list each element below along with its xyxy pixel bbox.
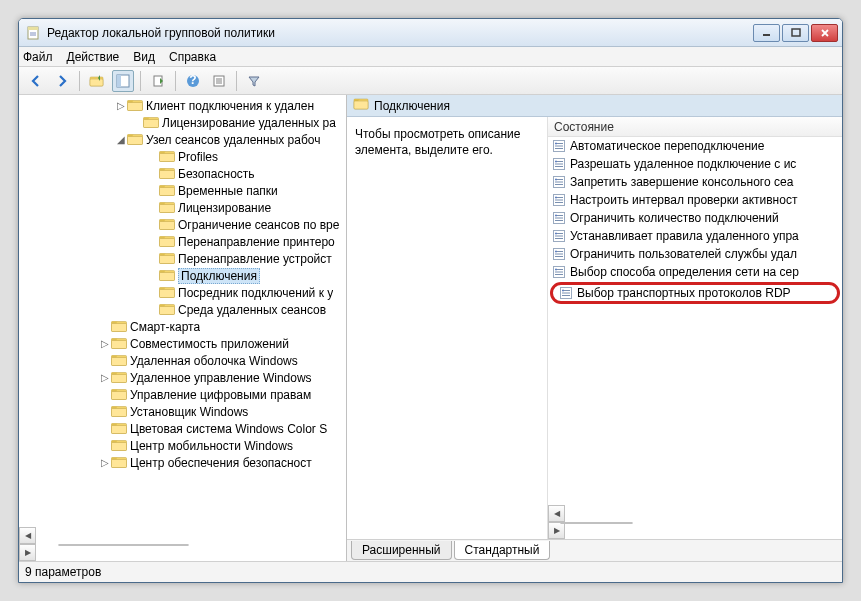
expander-closed-icon[interactable]: ▷ — [99, 373, 111, 383]
tree-node[interactable]: Подключения — [19, 267, 346, 284]
folder-icon — [127, 99, 143, 112]
tree-panel: ▷Клиент подключения к удаленЛицензирован… — [19, 95, 347, 561]
tree-node[interactable]: Удаленная оболочка Windows — [19, 352, 346, 369]
scroll-left-button[interactable]: ◀ — [548, 505, 565, 522]
expander-closed-icon[interactable]: ▷ — [99, 339, 111, 349]
toolbar-separator — [140, 71, 141, 91]
scroll-thumb[interactable] — [560, 522, 634, 524]
help-button[interactable]: ? — [182, 70, 204, 92]
tree-node[interactable]: Временные папки — [19, 182, 346, 199]
tab-standard[interactable]: Стандартный — [454, 541, 551, 560]
minimize-button[interactable] — [753, 24, 780, 42]
tree-node[interactable]: Установщик Windows — [19, 403, 346, 420]
details-header: Подключения — [347, 95, 842, 117]
tree-node-label: Совместимость приложений — [130, 337, 289, 351]
properties-button[interactable] — [208, 70, 230, 92]
tree-node[interactable]: Лицензирование — [19, 199, 346, 216]
up-button[interactable] — [86, 70, 108, 92]
tree-view[interactable]: ▷Клиент подключения к удаленЛицензирован… — [19, 95, 346, 527]
setting-icon — [552, 175, 566, 189]
tree-node[interactable]: Посредник подключений к у — [19, 284, 346, 301]
toolbar-separator — [175, 71, 176, 91]
show-tree-button[interactable] — [112, 70, 134, 92]
folder-icon — [353, 97, 369, 114]
expander-open-icon[interactable]: ◢ — [115, 135, 127, 145]
export-button[interactable] — [147, 70, 169, 92]
window-buttons — [753, 24, 838, 42]
close-button[interactable] — [811, 24, 838, 42]
setting-icon — [552, 265, 566, 279]
setting-item[interactable]: Устанавливает правила удаленного упра — [548, 227, 842, 245]
tree-node[interactable]: Цветовая система Windows Color S — [19, 420, 346, 437]
svg-rect-28 — [160, 154, 175, 162]
tree-node-label: Безопасность — [178, 167, 255, 181]
scroll-left-button[interactable]: ◀ — [19, 527, 36, 544]
setting-label: Разрешать удаленное подключение с ис — [570, 157, 796, 171]
tree-node[interactable]: ▷Совместимость приложений — [19, 335, 346, 352]
setting-item[interactable]: Разрешать удаленное подключение с ис — [548, 155, 842, 173]
menu-file[interactable]: Файл — [23, 50, 53, 64]
tree-node[interactable]: ▷Клиент подключения к удален — [19, 97, 346, 114]
settings-list: Состояние Автоматическое переподключение… — [547, 117, 842, 539]
tree-node[interactable]: Центр мобильности Windows — [19, 437, 346, 454]
setting-label: Выбор транспортных протоколов RDP — [577, 286, 791, 300]
tree-node[interactable]: Перенаправление принтеро — [19, 233, 346, 250]
scroll-right-button[interactable]: ▶ — [19, 544, 36, 561]
tree-node-label: Управление цифровыми правам — [130, 388, 311, 402]
svg-rect-61 — [112, 341, 127, 349]
column-header-state[interactable]: Состояние — [548, 117, 842, 137]
status-text: 9 параметров — [25, 565, 101, 579]
folder-icon — [111, 371, 127, 384]
tree-node[interactable]: ▷Центр обеспечения безопасност — [19, 454, 346, 471]
scroll-thumb[interactable] — [58, 544, 189, 546]
setting-item[interactable]: Ограничить пользователей службы удал — [548, 245, 842, 263]
tree-node-label: Посредник подключений к у — [178, 286, 333, 300]
tree-node[interactable]: Лицензирование удаленных ра — [19, 114, 346, 131]
tree-node[interactable]: ▷Удаленное управление Windows — [19, 369, 346, 386]
tree-h-scrollbar[interactable]: ◀ ▶ — [19, 527, 346, 561]
maximize-button[interactable] — [782, 24, 809, 42]
tree-node[interactable]: Управление цифровыми правам — [19, 386, 346, 403]
tree-node[interactable]: Ограничение сеансов по вре — [19, 216, 346, 233]
tree-node[interactable]: Безопасность — [19, 165, 346, 182]
folder-icon — [159, 184, 175, 197]
setting-item-highlighted[interactable]: Выбор транспортных протоколов RDP — [550, 282, 840, 304]
list-items: Автоматическое переподключениеРазрешать … — [548, 137, 842, 505]
forward-button[interactable] — [51, 70, 73, 92]
expander-closed-icon[interactable]: ▷ — [115, 101, 127, 111]
tab-extended[interactable]: Расширенный — [351, 541, 452, 560]
tree-node[interactable]: Смарт-карта — [19, 318, 346, 335]
svg-rect-9 — [117, 75, 121, 87]
menu-action[interactable]: Действие — [67, 50, 120, 64]
menu-view[interactable]: Вид — [133, 50, 155, 64]
tree-node[interactable]: Profiles — [19, 148, 346, 165]
list-h-scrollbar[interactable]: ◀ ▶ — [548, 505, 842, 539]
scroll-right-button[interactable]: ▶ — [548, 522, 565, 539]
svg-point-105 — [555, 197, 557, 199]
svg-point-95 — [555, 161, 557, 163]
setting-icon — [552, 247, 566, 261]
setting-item[interactable]: Настроить интервал проверки активност — [548, 191, 842, 209]
setting-item[interactable]: Автоматическое переподключение — [548, 137, 842, 155]
setting-item[interactable]: Запретить завершение консольного сеа — [548, 173, 842, 191]
tree-node-label: Узел сеансов удаленных рабоч — [146, 133, 320, 147]
tree-node[interactable]: ◢Узел сеансов удаленных рабоч — [19, 131, 346, 148]
folder-icon — [127, 133, 143, 146]
folder-icon — [111, 405, 127, 418]
tree-node-label: Ограничение сеансов по вре — [178, 218, 339, 232]
setting-item[interactable]: Выбор способа определения сети на сер — [548, 263, 842, 281]
menu-help[interactable]: Справка — [169, 50, 216, 64]
svg-rect-49 — [160, 273, 175, 281]
folder-icon — [159, 235, 175, 248]
tree-node[interactable]: Среда удаленных сеансов — [19, 301, 346, 318]
expander-closed-icon[interactable]: ▷ — [99, 458, 111, 468]
toolbar: ? — [19, 67, 842, 95]
setting-item[interactable]: Ограничить количество подключений — [548, 209, 842, 227]
folder-icon — [159, 252, 175, 265]
back-button[interactable] — [25, 70, 47, 92]
filter-button[interactable] — [243, 70, 265, 92]
folder-icon — [111, 337, 127, 350]
tree-node[interactable]: Перенаправление устройст — [19, 250, 346, 267]
svg-point-90 — [555, 143, 557, 145]
folder-icon — [159, 303, 175, 316]
